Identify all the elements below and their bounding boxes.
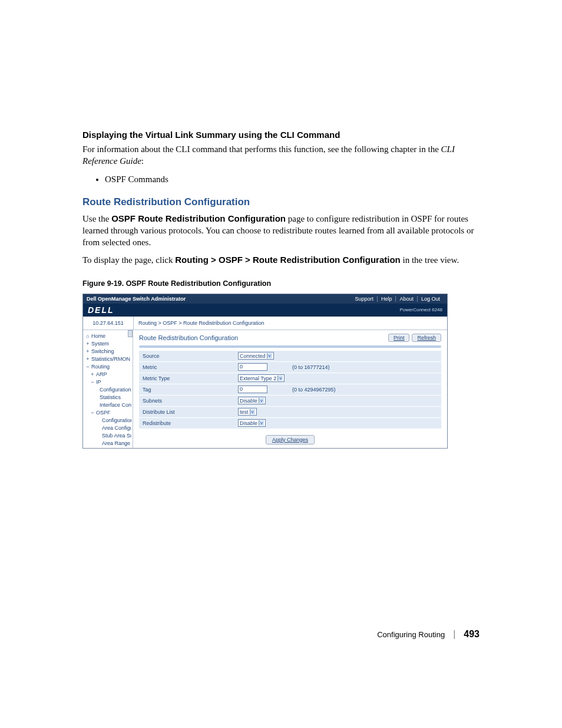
text: For information about the CLI command th… [82, 144, 441, 154]
tree-arp[interactable]: +ARP [85, 371, 131, 378]
row-subnets: Subnets Disablev [139, 395, 441, 406]
tree-ospf[interactable]: −OSPF [85, 409, 131, 417]
label-dist-list: Distribute List [139, 406, 234, 417]
text: : [141, 156, 144, 166]
sub-header: 10.27.64.151 Routing > OSPF > Route Redi… [83, 317, 447, 330]
tree-ospf-range[interactable]: Area Range Con [85, 440, 131, 447]
select-value: Disable [240, 398, 257, 404]
select-value: External Type 2 [240, 375, 276, 381]
nav-tree[interactable]: ⌂Home +System +Switching +Statistics/RMO… [83, 330, 133, 448]
paragraph-route-2: To display the page, click Routing > OSP… [82, 254, 480, 266]
print-button[interactable]: Print [388, 334, 410, 342]
chevron-down-icon: v [259, 398, 264, 403]
bullet-list: OSPF Commands [82, 173, 480, 186]
paragraph-cli: For information about the CLI command th… [82, 143, 480, 167]
label-tag: Tag [139, 384, 234, 395]
row-dist-list: Distribute List testv [139, 406, 441, 417]
hint [289, 395, 441, 406]
tree-label: ARP [96, 371, 107, 377]
tree-ip[interactable]: −IP [85, 378, 131, 386]
hint [289, 406, 441, 417]
window-topbar: Dell OpenManage Switch Administrator Sup… [83, 294, 447, 304]
divider [139, 345, 441, 348]
label-redistribute: Redistribute [139, 417, 234, 429]
paragraph-route-1: Use the OSPF Route Redistribution Config… [82, 213, 480, 249]
main-panel: Route Redistribution Configuration Print… [133, 330, 447, 448]
tree-ip-if[interactable]: Interface Config [85, 401, 131, 409]
tree-label: Configuration [100, 387, 131, 393]
window-title: Dell OpenManage Switch Administrator [87, 296, 351, 302]
select-source[interactable]: Connectedv [238, 352, 274, 360]
tree-label: Area Configurati [102, 425, 131, 431]
chevron-down-icon: v [259, 420, 264, 426]
label-source: Source [139, 350, 234, 361]
panel-title: Route Redistribution Configuration [139, 334, 238, 341]
tree-home[interactable]: ⌂Home [85, 332, 131, 340]
footer-separator: | [453, 629, 455, 640]
panel-title-row: Route Redistribution Configuration Print… [139, 334, 441, 342]
ip-address: 10.27.64.151 [83, 317, 134, 330]
text: Use the [82, 214, 111, 223]
tree-label: Home [91, 333, 105, 339]
subheading-cli: Displaying the Virtual Link Summary usin… [82, 130, 480, 140]
tree-label: Switching [91, 348, 114, 354]
tree-label: Stub Area Summ [102, 433, 131, 439]
tree-label: Interface Config [100, 402, 131, 408]
device-model: PowerConnect 6248 [400, 307, 443, 312]
nav-path-bold: Routing > OSPF > Route Redistribution Co… [175, 255, 400, 265]
page-name-bold: OSPF Route Redistribution Configuration [111, 213, 286, 223]
tree-ip-config[interactable]: Configuration [85, 386, 131, 394]
help-link[interactable]: Help [377, 296, 396, 302]
row-tag: Tag 0 (0 to 4294967295) [139, 384, 441, 395]
text: To display the page, click [82, 255, 175, 265]
chevron-down-icon: v [250, 409, 255, 414]
label-metric: Metric [139, 361, 234, 373]
label-metric-type: Metric Type [139, 373, 234, 384]
tree-label: System [91, 341, 109, 347]
brand-row: DELL PowerConnect 6248 [83, 304, 447, 317]
text: in the tree view. [401, 255, 459, 265]
apply-changes-button[interactable]: Apply Changes [266, 435, 315, 444]
bullet-item: OSPF Commands [105, 173, 480, 186]
tree-label: Statistics [100, 394, 121, 400]
tree-label: Area Range Con [102, 440, 131, 446]
tree-system[interactable]: +System [85, 340, 131, 348]
tree-ospf-config[interactable]: Configuration [85, 417, 131, 424]
about-link[interactable]: About [395, 296, 417, 302]
select-metric-type[interactable]: External Type 2v [238, 374, 285, 382]
hint [289, 373, 441, 384]
page-number: 493 [464, 629, 480, 640]
page-footer: Configuring Routing | 493 [377, 629, 480, 640]
tree-label: Statistics/RMON [91, 356, 130, 362]
input-metric[interactable]: 0 [238, 363, 267, 371]
hint [289, 350, 441, 361]
tree-ospf-area[interactable]: Area Configurati [85, 424, 131, 432]
support-link[interactable]: Support [351, 296, 377, 302]
input-tag[interactable]: 0 [238, 386, 267, 393]
scroll-up-icon[interactable] [128, 330, 133, 337]
tree-ip-stats[interactable]: Statistics [85, 394, 131, 401]
tree-label: Routing [91, 364, 110, 370]
select-value: Disable [240, 420, 257, 426]
tree-routing[interactable]: −Routing [85, 363, 131, 371]
tree-label: IP [96, 379, 101, 385]
window-body: ⌂Home +System +Switching +Statistics/RMO… [83, 330, 447, 448]
tree-switching[interactable]: +Switching [85, 348, 131, 355]
refresh-button[interactable]: Refresh [412, 334, 441, 342]
chevron-down-icon: v [277, 375, 283, 381]
tree-label: OSPF [96, 410, 111, 416]
select-redistribute[interactable]: Disablev [238, 419, 266, 427]
topbar-links: Support Help About Log Out [351, 296, 444, 302]
select-subnets[interactable]: Disablev [238, 397, 266, 404]
select-dist-list[interactable]: testv [238, 408, 257, 416]
row-source: Source Connectedv [139, 350, 441, 361]
tree-ospf-stub[interactable]: Stub Area Summ [85, 432, 131, 440]
logout-link[interactable]: Log Out [417, 296, 444, 302]
row-metric-type: Metric Type External Type 2v [139, 373, 441, 384]
hint-tag: (0 to 4294967295) [289, 384, 441, 395]
tree-stats[interactable]: +Statistics/RMON [85, 355, 131, 363]
breadcrumb: Routing > OSPF > Route Redistribution Co… [134, 317, 269, 330]
chevron-down-icon: v [267, 353, 272, 358]
panel-buttons: Print Refresh [388, 334, 441, 342]
figure-caption: Figure 9-19. OSPF Route Redistribution C… [82, 279, 480, 288]
